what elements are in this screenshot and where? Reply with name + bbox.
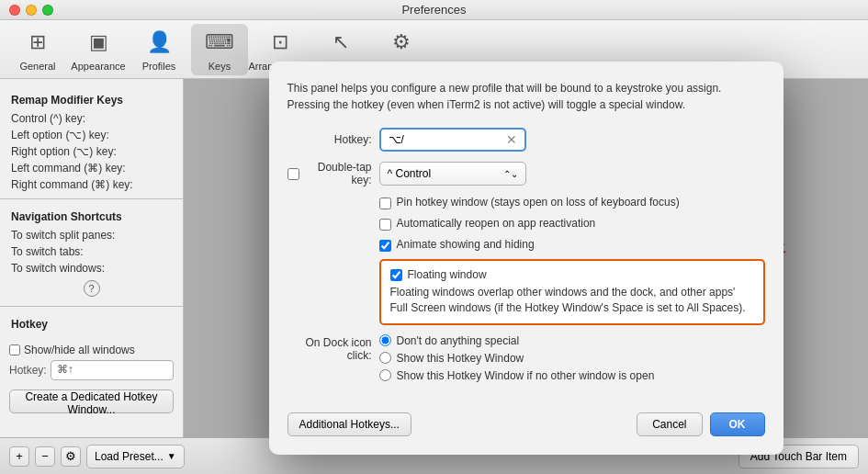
- switch-panes-label: To switch split panes:: [11, 229, 115, 242]
- toolbar-appearance[interactable]: ▣ Appearance: [70, 24, 127, 75]
- modal-overlay: This panel helps you configure a new pro…: [184, 79, 868, 437]
- hotkey-value: ⌘↑: [57, 363, 73, 376]
- switch-windows-label: To switch windows:: [11, 262, 105, 275]
- switch-tabs-label: To switch tabs:: [11, 245, 84, 258]
- plus-icon: +: [16, 449, 23, 463]
- hotkey-input-row: Hotkey: ⌘↑: [9, 358, 174, 382]
- dock-radio-3-label: Show this Hotkey Window if no other wind…: [397, 369, 655, 382]
- toolbar-general[interactable]: ⊞ General: [9, 24, 66, 75]
- dock-option-1: Don't do anything special: [379, 334, 655, 347]
- dock-radio-2[interactable]: [379, 352, 391, 364]
- window-title: Preferences: [401, 3, 466, 17]
- dock-radio-1-label: Don't do anything special: [397, 334, 520, 347]
- nav-section-title: Navigation Shortcuts: [0, 205, 183, 227]
- double-tap-checkbox[interactable]: [287, 168, 299, 180]
- gear-button[interactable]: ⚙: [61, 446, 81, 467]
- double-tap-row: Double-tap key: ^ Control ⌃⌄: [287, 161, 765, 186]
- cancel-button[interactable]: Cancel: [637, 412, 702, 436]
- sidebar-switch-windows[interactable]: To switch windows:: [0, 260, 183, 276]
- remove-button[interactable]: −: [35, 446, 55, 467]
- sidebar: Remap Modifier Keys Control (^) key: Lef…: [0, 79, 184, 437]
- load-preset-dropdown[interactable]: Load Preset... ▼: [86, 445, 185, 468]
- content-area: This panel helps you configure a new pro…: [184, 79, 868, 437]
- toolbar-keys-label: Keys: [209, 61, 231, 72]
- gear-icon: ⚙: [65, 449, 76, 463]
- show-hide-row: Show/hide all windows: [9, 342, 174, 358]
- sidebar-right-option[interactable]: Right option (⌥) key:: [0, 143, 183, 160]
- hotkey-input[interactable]: ⌘↑: [51, 360, 174, 380]
- dock-radio-group: Don't do anything special Show this Hotk…: [379, 334, 655, 387]
- dock-click-label: On Dock icon click:: [287, 334, 379, 362]
- general-icon: ⊞: [23, 28, 52, 57]
- double-tap-select[interactable]: ^ Control ⌃⌄: [379, 162, 526, 186]
- right-option-label: Right option (⌥) key:: [11, 145, 117, 158]
- show-hide-checkbox[interactable]: [9, 344, 20, 356]
- modal-footer: Additional Hotkeys... Cancel OK: [287, 412, 765, 436]
- advanced-icon: ⚙: [387, 28, 416, 57]
- modal-dialog: This panel helps you configure a new pro…: [269, 62, 783, 455]
- floating-window-top: Floating window: [390, 268, 754, 281]
- double-tap-value: ^ Control: [388, 167, 432, 180]
- help-area: ?: [0, 276, 183, 300]
- sidebar-switch-panes[interactable]: To switch split panes:: [0, 227, 183, 243]
- add-button[interactable]: +: [9, 446, 29, 467]
- help-button[interactable]: ?: [84, 280, 100, 297]
- animate-label: Animate showing and hiding: [397, 238, 535, 251]
- toolbar-keys[interactable]: ⌨ Keys: [191, 24, 248, 75]
- dock-option-3: Show this Hotkey Window if no other wind…: [379, 369, 655, 382]
- sidebar-control-key[interactable]: Control (^) key:: [0, 110, 183, 127]
- pin-hotkey-row: Pin hotkey window (stays open on loss of…: [287, 196, 765, 209]
- help-icon: ?: [88, 283, 94, 294]
- hotkey-field-label: Hotkey:: [287, 133, 379, 146]
- reopen-label: Automatically reopen on app reactivation: [397, 217, 596, 230]
- floating-window-checkbox[interactable]: [390, 269, 402, 281]
- floating-window-box: Floating window Floating windows overlap…: [379, 259, 765, 325]
- sidebar-switch-tabs[interactable]: To switch tabs:: [0, 243, 183, 260]
- double-tap-label: Double-tap key:: [287, 161, 379, 186]
- control-key-label: Control (^) key:: [11, 112, 85, 125]
- floating-window-label: Floating window: [408, 268, 487, 281]
- hotkey-field-value: ⌥/: [389, 133, 404, 146]
- minus-icon: −: [41, 449, 49, 463]
- dropdown-chevron-icon: ▼: [167, 451, 176, 461]
- left-command-label: Left command (⌘) key:: [11, 162, 126, 175]
- hotkey-section-title: Hotkey: [0, 312, 183, 334]
- left-option-label: Left option (⌥) key:: [11, 129, 109, 141]
- close-button[interactable]: [9, 5, 20, 16]
- arrangements-icon: ⊡: [265, 28, 295, 57]
- additional-hotkeys-button[interactable]: Additional Hotkeys...: [287, 412, 411, 436]
- pin-hotkey-checkbox[interactable]: [379, 198, 391, 209]
- right-command-label: Right command (⌘) key:: [11, 178, 133, 191]
- create-hotkey-button[interactable]: Create a Dedicated Hotkey Window...: [9, 389, 174, 413]
- preset-label: Load Preset...: [95, 450, 163, 463]
- hotkey-clear-icon[interactable]: ✕: [506, 132, 517, 147]
- animate-checkbox[interactable]: [379, 240, 391, 252]
- sidebar-left-command[interactable]: Left command (⌘) key:: [0, 160, 183, 176]
- pin-hotkey-label: Pin hotkey window (stays open on loss of…: [397, 196, 680, 209]
- modal-footer-right: Cancel OK: [637, 412, 764, 436]
- main-layout: Remap Modifier Keys Control (^) key: Lef…: [0, 79, 868, 437]
- sidebar-right-command[interactable]: Right command (⌘) key:: [0, 176, 183, 193]
- toolbar-general-label: General: [19, 61, 55, 72]
- dock-option-2: Show this Hotkey Window: [379, 352, 655, 365]
- hotkey-row-label: Hotkey:: [9, 364, 47, 377]
- hotkey-field-input[interactable]: ⌥/ ✕: [379, 128, 526, 152]
- dock-radio-3[interactable]: [379, 369, 391, 381]
- animate-row: Animate showing and hiding: [287, 238, 765, 252]
- reopen-row: Automatically reopen on app reactivation: [287, 217, 765, 231]
- maximize-button[interactable]: [42, 5, 53, 16]
- toolbar-profiles[interactable]: 👤 Profiles: [130, 24, 187, 75]
- reopen-checkbox[interactable]: [379, 219, 391, 231]
- keys-icon: ⌨: [205, 28, 234, 57]
- appearance-icon: ▣: [84, 28, 113, 57]
- ok-button[interactable]: OK: [710, 412, 765, 436]
- dock-click-section: On Dock icon click: Don't do anything sp…: [287, 334, 765, 398]
- toolbar-profiles-label: Profiles: [142, 61, 176, 72]
- minimize-button[interactable]: [26, 5, 37, 16]
- sidebar-left-option[interactable]: Left option (⌥) key:: [0, 127, 183, 143]
- show-hide-label: Show/hide all windows: [24, 344, 135, 356]
- dock-radio-1[interactable]: [379, 334, 391, 346]
- profiles-icon: 👤: [144, 28, 174, 57]
- hotkey-field-row: Hotkey: ⌥/ ✕: [287, 128, 765, 152]
- floating-window-desc: Floating windows overlap other windows a…: [390, 285, 754, 316]
